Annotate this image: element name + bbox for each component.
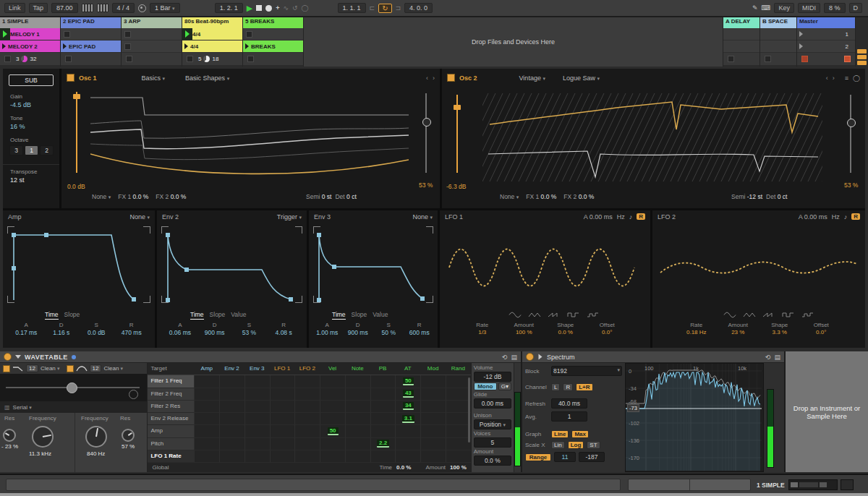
- matrix-scrollbar[interactable]: [468, 377, 470, 442]
- matrix-cell[interactable]: [194, 425, 219, 437]
- clip-slot[interactable]: [760, 28, 796, 40]
- matrix-cell[interactable]: [420, 425, 446, 437]
- matrix-cell[interactable]: [270, 401, 295, 413]
- matrix-cell[interactable]: [446, 375, 471, 388]
- osc2-semi[interactable]: Semi -12 st: [731, 193, 762, 200]
- matrix-cell[interactable]: 34: [395, 401, 420, 413]
- matrix-cell[interactable]: [219, 438, 244, 450]
- device-fold-icon[interactable]: [539, 354, 542, 360]
- matrix-cell[interactable]: [446, 425, 471, 437]
- loop-length-field[interactable]: 4. 0. 0: [404, 3, 433, 13]
- amp-envelope-display[interactable]: [7, 225, 151, 304]
- osc1-gain-slider[interactable]: [76, 92, 77, 173]
- overdub-button[interactable]: +: [276, 4, 279, 12]
- bandpass-icon[interactable]: [76, 365, 88, 372]
- channel-r-button[interactable]: R: [563, 383, 573, 391]
- matrix-cell[interactable]: [244, 401, 270, 413]
- osc2-fx1[interactable]: FX 1 0.0 %: [526, 193, 556, 200]
- matrix-cell[interactable]: [194, 413, 219, 425]
- filter2-freq-value[interactable]: 840 Hz: [87, 450, 105, 457]
- matrix-cell[interactable]: [244, 450, 270, 463]
- clip-play-icon[interactable]: [0, 28, 10, 40]
- lfo1-hz-toggle[interactable]: Hz: [617, 213, 625, 221]
- matrix-row-label[interactable]: Env 2 Release: [148, 413, 194, 425]
- env2-attack[interactable]: 0.06 ms: [163, 329, 197, 336]
- return-header[interactable]: A DELAY: [723, 17, 760, 28]
- sub-octave-button[interactable]: 3: [9, 145, 23, 155]
- clip-stop-button[interactable]: [126, 56, 132, 62]
- sub-button[interactable]: SUB: [9, 74, 54, 86]
- graph-line-button[interactable]: Line: [551, 430, 569, 438]
- clip-slot[interactable]: [723, 40, 760, 53]
- matrix-cell[interactable]: [244, 375, 270, 388]
- filter2-toggle[interactable]: [67, 365, 74, 372]
- matrix-cell[interactable]: [244, 438, 270, 450]
- matrix-cell[interactable]: [446, 413, 471, 425]
- matrix-cell[interactable]: [270, 450, 295, 463]
- env3-decay[interactable]: 900 ms: [343, 329, 374, 336]
- lfo2-amount[interactable]: 23 %: [718, 329, 760, 335]
- clip-slot[interactable]: [243, 28, 303, 40]
- filter1-freq-knob[interactable]: [32, 426, 54, 448]
- matrix-cell[interactable]: [420, 413, 446, 425]
- matrix-cell[interactable]: [420, 438, 446, 450]
- midi-map-button[interactable]: MIDI: [798, 3, 820, 13]
- matrix-cell[interactable]: [446, 438, 471, 450]
- env3-display[interactable]: [312, 225, 434, 304]
- lowpass-icon[interactable]: [12, 365, 24, 372]
- matrix-cell[interactable]: [194, 438, 219, 450]
- matrix-amount-chip[interactable]: 34: [403, 402, 414, 410]
- osc2-fx2[interactable]: FX 2 0.0 %: [563, 193, 594, 200]
- matrix-cell[interactable]: [219, 401, 244, 413]
- osc2-toggle[interactable]: [447, 74, 455, 82]
- loop-start-field[interactable]: 1. 1. 1: [338, 3, 366, 13]
- lfo2-rate[interactable]: 0.18 Hz: [676, 329, 718, 335]
- device-fold-icon[interactable]: [15, 355, 21, 359]
- clip-slot[interactable]: MELODY 2: [0, 40, 60, 53]
- osc2-category-menu[interactable]: Vintage ▾: [519, 74, 545, 82]
- env3-tab-time[interactable]: Time: [332, 311, 346, 320]
- capture-midi-icon[interactable]: ◯: [301, 4, 308, 12]
- matrix-cell[interactable]: [345, 401, 370, 413]
- matrix-cell[interactable]: [219, 425, 244, 437]
- amp-tab-slope[interactable]: Slope: [64, 311, 80, 320]
- matrix-cell[interactable]: [270, 425, 295, 437]
- clip-stop-button[interactable]: [65, 56, 72, 62]
- wavetable-device-header[interactable]: WAVETABLE ⟲ ▤: [0, 351, 521, 363]
- scale-lin-button[interactable]: Lin: [551, 441, 565, 449]
- matrix-cell[interactable]: [420, 375, 446, 388]
- glide-mode-menu[interactable]: G▾: [498, 382, 511, 390]
- env2-decay[interactable]: 900 ms: [197, 329, 232, 336]
- matrix-cell[interactable]: 43: [395, 388, 420, 401]
- wavetable-3d-view-icon[interactable]: ◯: [853, 74, 860, 82]
- env2-tab-slope[interactable]: Slope: [210, 311, 226, 320]
- stop-all-clips-button[interactable]: [801, 56, 808, 62]
- amp-mode-menu[interactable]: None ▾: [129, 213, 150, 221]
- matrix-row-label[interactable]: Filter 1 Freq: [148, 375, 194, 388]
- lfo-saw-icon[interactable]: [548, 312, 561, 318]
- lfo-square-icon[interactable]: [567, 312, 580, 318]
- scale-st-button[interactable]: ST: [587, 441, 600, 449]
- lfo-saw-icon[interactable]: [762, 312, 775, 318]
- matrix-cell[interactable]: [320, 438, 345, 450]
- matrix-cell[interactable]: [294, 425, 320, 437]
- env2-tab-time[interactable]: Time: [190, 311, 204, 320]
- spectrum-device-header[interactable]: Spectrum ⟲ ▤: [522, 351, 784, 363]
- matrix-cell[interactable]: [370, 401, 396, 413]
- lfo1-attack[interactable]: A 0.00 ms: [584, 213, 613, 221]
- env3-tab-slope[interactable]: Slope: [352, 311, 367, 320]
- clip-stop-button[interactable]: [4, 56, 11, 62]
- quantize-menu[interactable]: 1 Bar ▾: [150, 3, 180, 13]
- scene-2[interactable]: 2: [797, 40, 855, 53]
- matrix-cell[interactable]: [370, 375, 396, 388]
- track-header[interactable]: 2 EPIC PAD: [61, 17, 121, 28]
- osc1-semi[interactable]: Semi 0 st: [306, 193, 331, 200]
- filter2-circuit-menu[interactable]: Clean ▾: [103, 365, 123, 372]
- filter1-toggle[interactable]: [3, 365, 10, 372]
- filter1-res-value[interactable]: - 23 %: [1, 443, 18, 450]
- filter1-slope-button[interactable]: 12: [26, 364, 38, 372]
- lfo1-offset[interactable]: 0.0°: [587, 329, 629, 335]
- matrix-cell[interactable]: [219, 388, 244, 401]
- save-preset-icon[interactable]: ▤: [774, 354, 780, 361]
- matrix-cell[interactable]: [370, 450, 396, 463]
